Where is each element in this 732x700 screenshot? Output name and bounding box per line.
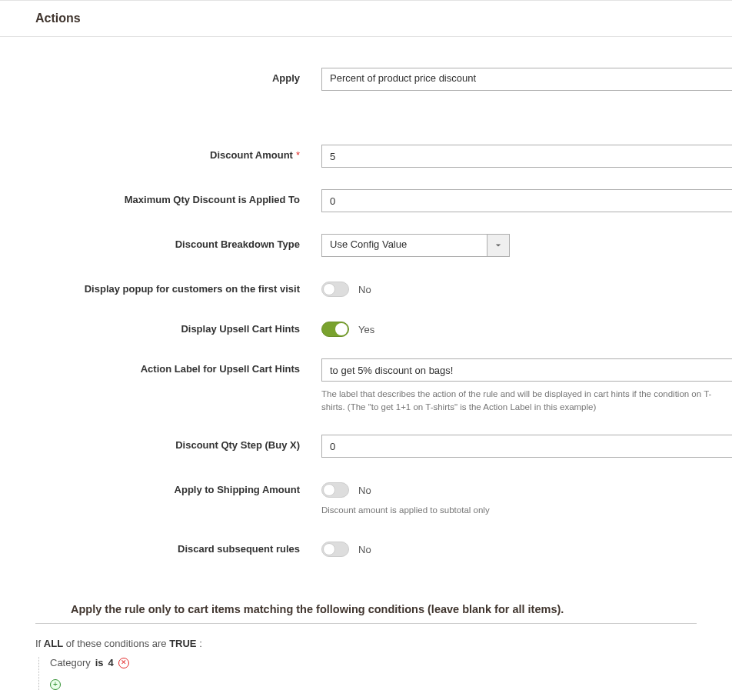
label-popup-first-visit: Display popup for customers on the first… — [0, 278, 321, 295]
label-apply-shipping: Apply to Shipping Amount — [0, 479, 321, 495]
label-upsell-hints: Display Upsell Cart Hints — [0, 318, 321, 335]
conditions-aggregator-line: If ALL of these conditions are TRUE : — [35, 638, 732, 649]
breakdown-select-value: Use Config Value — [321, 234, 487, 257]
label-discount-amount: Discount Amount* — [0, 145, 321, 161]
field-action-label: Action Label for Upsell Cart Hints The l… — [0, 358, 732, 413]
apply-select-value: Percent of product price discount — [321, 68, 732, 91]
breakdown-select[interactable]: Use Config Value — [321, 234, 510, 257]
action-label-help: The label that describes the action of t… — [321, 388, 732, 413]
field-apply: Apply Percent of product price discount — [0, 68, 732, 91]
section-title: Actions — [0, 0, 732, 37]
actions-form: Apply Percent of product price discount … — [0, 37, 732, 588]
max-qty-input[interactable] — [321, 189, 732, 212]
condition-operator[interactable]: is — [95, 657, 104, 668]
field-upsell-hints: Display Upsell Cart Hints Yes — [0, 318, 732, 337]
upsell-hints-toggle[interactable] — [321, 322, 349, 337]
field-discard-rules: Discard subsequent rules No — [0, 538, 732, 557]
field-discount-amount: Discount Amount* — [0, 145, 732, 168]
field-breakdown-type: Discount Breakdown Type Use Config Value — [0, 234, 732, 257]
toggle-state-text: Yes — [358, 324, 374, 335]
condition-row: Category is 4 ✕ — [50, 657, 732, 668]
apply-shipping-toggle[interactable] — [321, 482, 349, 498]
label-qty-step: Discount Qty Step (Buy X) — [0, 435, 321, 451]
label-max-qty: Maximum Qty Discount is Applied To — [0, 189, 321, 205]
qty-step-input[interactable] — [321, 435, 732, 458]
add-condition-row: + — [50, 679, 732, 690]
discount-amount-input[interactable] — [321, 145, 732, 168]
label-action-label: Action Label for Upsell Cart Hints — [0, 358, 321, 375]
label-discard-rules: Discard subsequent rules — [0, 538, 321, 555]
caret-down-icon — [495, 242, 501, 248]
conditions-heading: Apply the rule only to cart items matchi… — [35, 603, 697, 624]
conditions-tree: Category is 4 ✕ + — [38, 657, 732, 690]
toggle-state-text: No — [358, 544, 371, 555]
toggle-state-text: No — [358, 284, 371, 295]
condition-attribute[interactable]: Category — [50, 657, 91, 668]
field-qty-step: Discount Qty Step (Buy X) — [0, 435, 732, 458]
label-breakdown-type: Discount Breakdown Type — [0, 234, 321, 250]
truth-value[interactable]: TRUE — [169, 638, 196, 649]
apply-shipping-help: Discount amount is applied to subtotal o… — [321, 504, 732, 517]
required-asterisk: * — [296, 149, 300, 161]
remove-condition-icon[interactable]: ✕ — [118, 658, 129, 668]
toggle-state-text: No — [358, 485, 371, 496]
aggregator-value[interactable]: ALL — [44, 638, 63, 649]
discard-rules-toggle[interactable] — [321, 542, 349, 557]
conditions-area: If ALL of these conditions are TRUE : Ca… — [0, 638, 732, 690]
condition-value[interactable]: 4 — [108, 657, 114, 668]
apply-select[interactable]: Percent of product price discount — [321, 68, 732, 91]
label-apply: Apply — [0, 68, 321, 84]
field-popup-first-visit: Display popup for customers on the first… — [0, 278, 732, 297]
popup-first-visit-toggle[interactable] — [321, 282, 349, 297]
conditions-section: Apply the rule only to cart items matchi… — [0, 603, 732, 624]
add-condition-icon[interactable]: + — [50, 679, 61, 690]
breakdown-dropdown-button[interactable] — [487, 234, 510, 257]
field-max-qty: Maximum Qty Discount is Applied To — [0, 189, 732, 212]
action-label-input[interactable] — [321, 358, 732, 382]
field-apply-shipping: Apply to Shipping Amount No Discount amo… — [0, 479, 732, 517]
